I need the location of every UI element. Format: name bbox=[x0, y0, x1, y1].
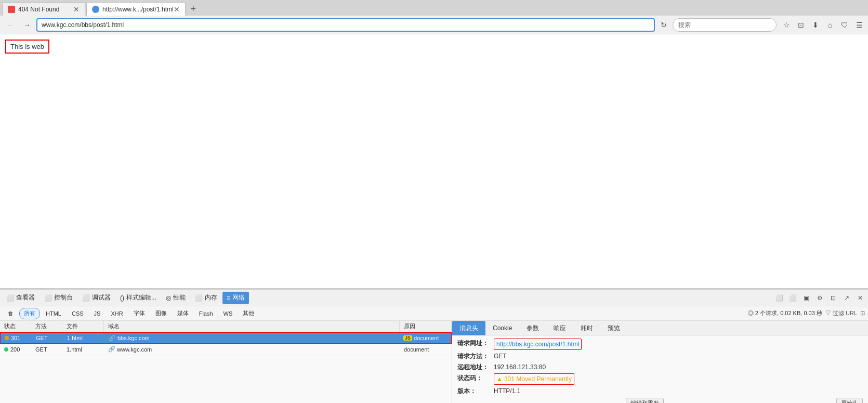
back-button[interactable]: ← bbox=[3, 18, 18, 32]
devtools-debugger-btn[interactable]: ⬜ 调试器 bbox=[78, 292, 115, 304]
new-tab-button[interactable]: + bbox=[187, 2, 200, 16]
devtools-close-btn[interactable]: ✕ bbox=[854, 292, 866, 304]
devtools-dock-bottom-btn[interactable]: ⬜ bbox=[773, 292, 785, 304]
row-301-status: 301 bbox=[1, 335, 32, 341]
devtools-toolbar: ⬜ 查看器 ⬜ 控制台 ⬜ 调试器 () 样式编辑... ◎ 性能 ⬜ 内存 ≡… bbox=[0, 290, 868, 306]
shield-icon[interactable]: 🛡 bbox=[839, 19, 850, 31]
stats-icon: ◎ bbox=[748, 310, 754, 316]
detail-version-label: 版本： bbox=[457, 386, 494, 396]
inspect-icon: ⬜ bbox=[6, 294, 14, 302]
perf-icon: ◎ bbox=[166, 294, 171, 302]
row-301-domain: 🔗 bbs.kgc.com bbox=[104, 335, 399, 342]
tab-404[interactable]: 404 Not Found ✕ bbox=[2, 2, 85, 16]
filter-all-btn[interactable]: 所有 bbox=[19, 308, 40, 319]
details-tab-headers[interactable]: 消息头 bbox=[452, 321, 485, 335]
devtools-network-btn[interactable]: ≡ 网络 bbox=[222, 292, 249, 304]
details-tab-cookie[interactable]: Cookie bbox=[485, 321, 519, 335]
devtools-dock-side-btn[interactable]: ⬜ bbox=[787, 292, 798, 304]
page-content: This is web bbox=[0, 34, 868, 289]
devtools-overflow-btn[interactable]: ⊡ bbox=[827, 292, 839, 304]
header-action-buttons: 编辑和重发 原始头 bbox=[457, 398, 863, 403]
details-tab-params[interactable]: 参数 bbox=[519, 321, 546, 335]
details-tab-response[interactable]: 响应 bbox=[546, 321, 573, 335]
devtools-console-btn[interactable]: ⬜ 控制台 bbox=[40, 292, 77, 304]
tab-kgc-close[interactable]: ✕ bbox=[174, 5, 180, 14]
tab-kgc[interactable]: http://www.k.../post/1.html ✕ bbox=[86, 2, 186, 16]
network-row-301[interactable]: 301 GET 1.html 🔗 bbs.kgc.com JS document bbox=[0, 332, 452, 344]
details-panel: 消息头 Cookie 参数 响应 耗时 预览 请求网址： http://bbs.… bbox=[452, 321, 868, 403]
style-icon: () bbox=[120, 294, 124, 302]
devtools: ⬜ 查看器 ⬜ 控制台 ⬜ 调试器 () 样式编辑... ◎ 性能 ⬜ 内存 ≡… bbox=[0, 289, 868, 403]
detail-request-method-label: 请求方法： bbox=[457, 352, 494, 361]
detail-request-url-label: 请求网址： bbox=[457, 339, 494, 348]
tab-globe-icon bbox=[92, 6, 99, 13]
nav-icons: ☆ ⊡ ⬇ ⌂ 🛡 ☰ bbox=[781, 19, 865, 31]
network-table: 状态 方法 文件 域名 原因 301 GET 1.html 🔗 bbs.kgc.… bbox=[0, 321, 452, 403]
warning-triangle-icon: ▲ bbox=[496, 374, 503, 384]
home-icon[interactable]: ⌂ bbox=[824, 19, 836, 31]
detail-request-url-value: http://bbs.kgc.com/post/1.html bbox=[494, 339, 582, 350]
filter-expand-icon[interactable]: ⊡ bbox=[860, 310, 865, 317]
filter-flash-btn[interactable]: Flash bbox=[194, 308, 218, 319]
memory-icon: ⬜ bbox=[195, 294, 203, 302]
filter-image-btn[interactable]: 图像 bbox=[151, 308, 172, 319]
filter-xhr-btn[interactable]: XHR bbox=[106, 308, 127, 319]
raw-headers-button[interactable]: 原始头 bbox=[836, 398, 863, 403]
filter-right: ◎ 2 个请求, 0.02 KB, 0.03 秒 ▽ 过滤 URL ⊡ bbox=[748, 309, 865, 317]
menu-icon[interactable]: ☰ bbox=[853, 19, 865, 31]
row-200-status: 200 bbox=[0, 346, 31, 353]
devtools-clear-btn[interactable]: 🗑 bbox=[3, 308, 18, 319]
devtools-perf-btn[interactable]: ◎ 性能 bbox=[162, 292, 190, 304]
details-tab-timing[interactable]: 耗时 bbox=[573, 321, 600, 335]
filter-js-btn[interactable]: JS bbox=[89, 308, 106, 319]
bookmark-star-icon[interactable]: ☆ bbox=[781, 19, 792, 31]
col-domain: 域名 bbox=[104, 321, 400, 332]
col-file: 文件 bbox=[62, 321, 104, 332]
forward-button[interactable]: → bbox=[20, 18, 34, 32]
detail-remote-addr-row: 远程地址： 192.168.121.33:80 bbox=[457, 362, 863, 372]
detail-request-url-row: 请求网址： http://bbs.kgc.com/post/1.html bbox=[457, 339, 863, 350]
filter-font-btn[interactable]: 字体 bbox=[129, 308, 150, 319]
tab-404-close[interactable]: ✕ bbox=[73, 5, 80, 14]
devtools-main: 状态 方法 文件 域名 原因 301 GET 1.html 🔗 bbs.kgc.… bbox=[0, 321, 868, 403]
row-200-reason: document bbox=[400, 346, 452, 353]
nav-bar: ← → ↻ ☆ ⊡ ⬇ ⌂ 🛡 ☰ bbox=[0, 16, 868, 34]
col-status: 状态 bbox=[0, 321, 31, 332]
filter-url-label: ▽ 过滤 URL bbox=[825, 309, 857, 317]
filter-ws-btn[interactable]: WS bbox=[219, 308, 238, 319]
tab-kgc-label: http://www.k.../post/1.html bbox=[102, 6, 174, 13]
reload-button[interactable]: ↻ bbox=[657, 18, 670, 32]
network-row-200[interactable]: 200 GET 1.html 🔗 www.kgc.com document bbox=[0, 344, 452, 355]
details-tab-preview[interactable]: 预览 bbox=[600, 321, 627, 335]
filter-other-btn[interactable]: 其他 bbox=[238, 308, 259, 319]
row-200-method: GET bbox=[31, 346, 62, 353]
readmode-icon[interactable]: ⊡ bbox=[795, 19, 807, 31]
detail-request-method-value: GET bbox=[494, 352, 507, 361]
search-input[interactable] bbox=[673, 18, 777, 32]
filter-html-btn[interactable]: HTML bbox=[41, 308, 66, 319]
details-tabs: 消息头 Cookie 参数 响应 耗时 预览 bbox=[452, 321, 868, 335]
console-icon: ⬜ bbox=[44, 294, 52, 302]
address-bar[interactable] bbox=[36, 18, 655, 32]
devtools-settings-btn[interactable]: ⚙ bbox=[814, 292, 825, 304]
detail-remote-addr-value: 192.168.121.33:80 bbox=[494, 362, 546, 372]
devtools-undock-btn[interactable]: ↗ bbox=[841, 292, 852, 304]
detail-version-row: 版本： HTTP/1.1 bbox=[457, 386, 863, 396]
devtools-right-tools: ⬜ ⬜ ▣ ⚙ ⊡ ↗ ✕ bbox=[773, 292, 866, 304]
devtools-responsive-btn[interactable]: ▣ bbox=[800, 292, 812, 304]
download-icon[interactable]: ⬇ bbox=[810, 19, 821, 31]
filter-media-btn[interactable]: 媒体 bbox=[173, 308, 193, 319]
edit-resend-button[interactable]: 编辑和重发 bbox=[626, 398, 664, 403]
detail-version-value: HTTP/1.1 bbox=[494, 386, 520, 396]
detail-status-code-row: 状态码： ▲ 301 Moved Permanently bbox=[457, 373, 863, 385]
tab-404-label: 404 Not Found bbox=[18, 6, 59, 13]
filter-css-btn[interactable]: CSS bbox=[67, 308, 88, 319]
devtools-memory-btn[interactable]: ⬜ 内存 bbox=[191, 292, 221, 304]
tab-bar: 404 Not Found ✕ http://www.k.../post/1.h… bbox=[0, 0, 868, 16]
devtools-style-btn[interactable]: () 样式编辑... bbox=[116, 292, 161, 304]
row-200-file: 1.html bbox=[62, 346, 104, 353]
devtools-inspect-btn[interactable]: ⬜ 查看器 bbox=[2, 292, 39, 304]
details-content: 请求网址： http://bbs.kgc.com/post/1.html 请求方… bbox=[452, 335, 868, 403]
network-icon: ≡ bbox=[227, 294, 230, 302]
domain-link-icon-2: 🔗 bbox=[108, 346, 115, 353]
